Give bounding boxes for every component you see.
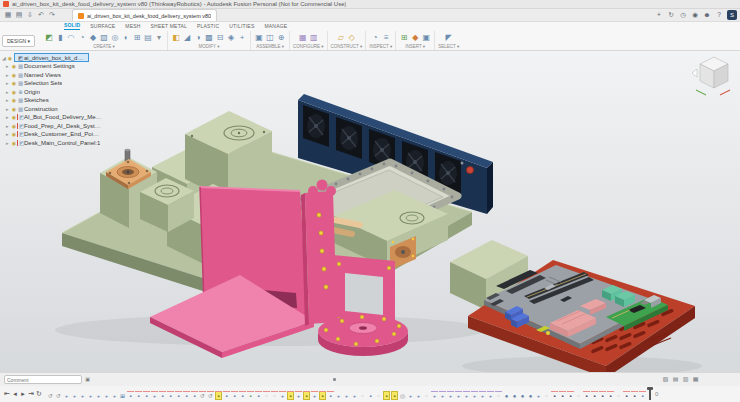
timeline-feature[interactable]: ▪: [559, 391, 566, 400]
timeline-feature[interactable]: +: [455, 391, 462, 400]
playback-control[interactable]: ▸: [19, 389, 27, 399]
toolbar-icon[interactable]: ≡: [381, 32, 391, 43]
header-icon[interactable]: ◷: [678, 10, 688, 20]
visibility-bulb-icon[interactable]: ◉: [7, 55, 13, 61]
timeline-tool-icon[interactable]: ▧: [661, 375, 670, 384]
toolbar-icon[interactable]: ▣: [254, 32, 264, 43]
quick-access-icon[interactable]: ▦: [3, 10, 13, 20]
navbar-dot-icon[interactable]: [333, 378, 336, 381]
timeline-feature[interactable]: ▪: [175, 391, 182, 400]
toolbar-icon[interactable]: ◇: [347, 32, 357, 43]
timeline-feature[interactable]: ▪: [567, 391, 574, 400]
toolbar-icon[interactable]: ◩: [44, 32, 54, 43]
browser-root-row[interactable]: ◢ ◉ ◩ ai_driven_box_kit_desk_food_delive…: [2, 53, 106, 62]
document-tab[interactable]: ai_driven_box_kit_desk_food_delivery_sys…: [72, 9, 217, 21]
toolbar-icon[interactable]: ◠: [66, 32, 76, 43]
timeline-feature[interactable]: ●: [503, 391, 510, 400]
timeline-feature[interactable]: ▪: [319, 391, 326, 400]
timeline-feature[interactable]: +: [407, 391, 414, 400]
group-label[interactable]: SELECT ▾: [438, 44, 459, 49]
timeline-feature[interactable]: +: [431, 391, 438, 400]
toolbar-icon[interactable]: ▦: [298, 32, 308, 43]
toolbar-icon[interactable]: ◈: [226, 32, 236, 43]
timeline-feature[interactable]: +: [87, 391, 94, 400]
timeline-feature[interactable]: ▪: [607, 391, 614, 400]
toolbar-icon[interactable]: ▣: [421, 32, 431, 43]
browser-row[interactable]: ▸ ◉ ⊕ Origin: [2, 88, 106, 97]
timeline-feature[interactable]: ▪: [383, 391, 390, 400]
timeline-feature[interactable]: +: [279, 391, 286, 400]
timeline-feature[interactable]: ▪: [255, 391, 262, 400]
timeline-tool-icon[interactable]: ▥: [681, 375, 690, 384]
timeline-feature[interactable]: ▪: [287, 391, 294, 400]
timeline-feature[interactable]: ▫: [375, 391, 382, 400]
browser-row[interactable]: ▸ ◉ ◩ Desk_Customer_End_Point:1: [2, 130, 106, 139]
timeline-feature[interactable]: ↺: [47, 391, 54, 400]
timeline-feature[interactable]: ▪: [183, 391, 190, 400]
browser-row[interactable]: ▸ ◉ ▦ Sketches: [2, 96, 106, 105]
workspace-selector[interactable]: DESIGN ▾: [2, 35, 35, 47]
timeline-feature[interactable]: +: [335, 391, 342, 400]
toolbar-icon[interactable]: ◐: [121, 32, 131, 43]
timeline-feature[interactable]: +: [79, 391, 86, 400]
browser-row[interactable]: ▸ ◉ ▦ Document Settings: [2, 62, 106, 71]
header-icon[interactable]: ☻: [702, 10, 712, 20]
ribbon-tab[interactable]: UTILITIES: [229, 23, 254, 30]
timeline-feature[interactable]: ●: [519, 391, 526, 400]
browser-row[interactable]: ▸ ◉ ◩ Food_Prep_AI_Desk_System:1: [2, 122, 106, 131]
timeline-feature[interactable]: ▪: [303, 391, 310, 400]
timeline-feature[interactable]: ↺: [55, 391, 62, 400]
toolbar-icon[interactable]: ⊟: [215, 32, 225, 43]
ribbon-tab[interactable]: SURFACE: [90, 23, 115, 30]
toolbar-icon[interactable]: ⊕: [276, 32, 286, 43]
browser-row[interactable]: ▸ ◉ ▦ Selection Sets: [2, 79, 106, 88]
timeline-feature[interactable]: ▪: [167, 391, 174, 400]
timeline-feature[interactable]: ▪: [551, 391, 558, 400]
timeline-feature[interactable]: +: [111, 391, 118, 400]
timeline-feature[interactable]: +: [471, 391, 478, 400]
3d-viewport[interactable]: ◢ ◉ ◩ ai_driven_box_kit_desk_food_delive…: [0, 51, 740, 372]
timeline-feature[interactable]: +: [343, 391, 350, 400]
browser-row[interactable]: ▸ ◉ ◩ AI_Bot_Food_Delivery_Mech:1: [2, 113, 106, 122]
timeline-feature[interactable]: ▫: [543, 391, 550, 400]
quick-access-icon[interactable]: ⇩: [25, 10, 35, 20]
toolbar-icon[interactable]: ▧: [99, 32, 109, 43]
timeline-feature[interactable]: ●: [511, 391, 518, 400]
timeline-feature[interactable]: ▫: [271, 391, 278, 400]
toolbar-icon[interactable]: +: [237, 32, 247, 43]
toolbar-icon[interactable]: ◢: [182, 32, 192, 43]
group-label[interactable]: CREATE ▾: [93, 44, 114, 49]
ribbon-tab[interactable]: PLASTIC: [197, 23, 219, 30]
group-label[interactable]: INSPECT ▾: [369, 44, 392, 49]
ribbon-tab[interactable]: MESH: [125, 23, 140, 30]
timeline-feature[interactable]: +: [439, 391, 446, 400]
browser-row[interactable]: ▸ ◉ ▦ Construction: [2, 105, 106, 114]
toolbar-icon[interactable]: ▥: [309, 32, 319, 43]
quick-access-icon[interactable]: ↷: [47, 10, 57, 20]
header-icon[interactable]: ?: [714, 10, 724, 20]
pink-disc-base[interactable]: [318, 315, 408, 356]
toolbar-icon[interactable]: ▾: [154, 32, 164, 43]
timeline-feature[interactable]: ▪: [159, 391, 166, 400]
toolbar-icon[interactable]: ⊞: [132, 32, 142, 43]
playback-control[interactable]: ⇥: [27, 389, 35, 399]
timeline-feature[interactable]: ▪: [591, 391, 598, 400]
cad-model[interactable]: [0, 51, 740, 372]
timeline-feature[interactable]: ▪: [135, 391, 142, 400]
timeline-feature[interactable]: +: [311, 391, 318, 400]
toolbar-icon[interactable]: ▤: [143, 32, 153, 43]
timeline-feature[interactable]: +: [447, 391, 454, 400]
group-label[interactable]: CONFIGURE ▾: [293, 44, 324, 49]
timeline-feature[interactable]: ●: [527, 391, 534, 400]
timeline-feature[interactable]: +: [415, 391, 422, 400]
timeline-tool-icon[interactable]: ▤: [671, 375, 680, 384]
playback-control[interactable]: ⇤: [3, 389, 11, 399]
timeline-feature[interactable]: ↺: [199, 391, 206, 400]
ribbon-tab[interactable]: SOLID: [64, 22, 80, 30]
group-label[interactable]: MODIFY ▾: [199, 44, 220, 49]
timeline-feature[interactable]: ▫: [615, 391, 622, 400]
timeline-feature[interactable]: +: [295, 391, 302, 400]
ribbon-tab[interactable]: MANAGE: [264, 23, 287, 30]
timeline-feature[interactable]: +: [103, 391, 110, 400]
toolbar-icon[interactable]: ◫: [265, 32, 275, 43]
